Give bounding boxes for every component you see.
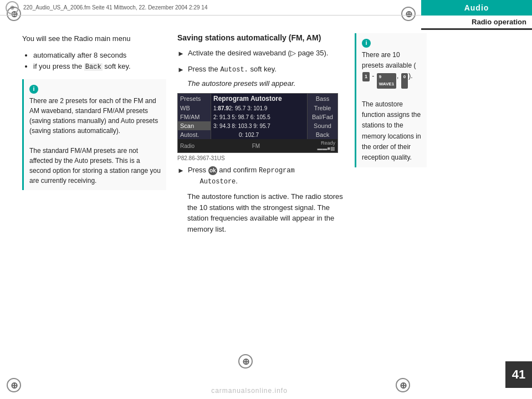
audio-tab: Audio	[421, 0, 532, 16]
rd-freq-2: 2: 91.3 5: 98.7 6: 105.5	[211, 112, 307, 121]
right-info-box: i There are 10 presets available (1 - 9W…	[355, 33, 427, 167]
step-1-text: Activate the desired waveband (▷ page 35…	[188, 48, 329, 59]
info-icon-left: i	[29, 85, 38, 94]
ok-button-icon: ok	[208, 166, 217, 175]
preset-badge-9: 9WAVE1	[377, 73, 396, 89]
bullet-item-1: automatically after 8 seconds	[33, 50, 166, 62]
rd-bass: Bass	[307, 94, 337, 104]
info-text-1: There are 2 presets for each of the FM a…	[29, 96, 161, 136]
radio-row-3: Scan 3: 94.3 8: 103.3 9: 95.7 Sound	[178, 121, 337, 130]
step-4-text: The autostore function is active. The ra…	[187, 191, 344, 234]
step-3-text: Press ok and confirm Reprogram Autostore…	[188, 165, 295, 187]
step-2: ► Press the Autost. soft key.	[177, 64, 344, 75]
middle-column: Saving stations automatically (FM, AM) ►…	[177, 33, 344, 234]
step-2-text: Press the Autost. soft key.	[188, 64, 277, 75]
rd-fm: FM	[252, 143, 260, 149]
right-info-text: There are 10 presets available (1 - 9WAV…	[362, 50, 421, 89]
rd-sound: Sound	[307, 121, 337, 130]
radio-operation-bar: Radio operation	[421, 16, 532, 30]
main-content: You will see the Radio main menu automat…	[22, 22, 410, 366]
arrow-1: ►	[177, 48, 185, 59]
step-1: ► Activate the desired waveband (▷ page …	[177, 48, 344, 59]
left-info-box: i There are 2 presets for each of the FM…	[22, 79, 166, 190]
autostore-note: The autostore presets will appear.	[187, 79, 344, 88]
arrow-2: ►	[177, 64, 185, 75]
rd-scan: Scan	[178, 121, 211, 130]
rd-autost: Autost.	[178, 130, 211, 139]
page-number: 41	[505, 361, 532, 388]
header-compass: ⊕	[6, 1, 19, 14]
radio-display: Presets Reprogram Autostore Bass WB 1: 8…	[177, 93, 338, 153]
right-autostore-text: The autostore function assigns the stati…	[362, 99, 421, 163]
radio-row-2: FM/AM 2: 91.3 5: 98.7 6: 105.5 Bal/Fad	[178, 112, 337, 121]
rd-back: Back	[307, 130, 337, 139]
rd-radio: Radio	[180, 143, 195, 149]
rd-ready: Ready ▬▬■▩	[318, 140, 335, 151]
rd-wb: WB	[178, 104, 211, 112]
rd-fmam: FM/AM	[178, 112, 211, 121]
left-column: You will see the Radio main menu automat…	[22, 33, 166, 190]
right-column: i There are 10 presets available (1 - 9W…	[355, 33, 427, 167]
arrow-3: ►	[177, 165, 185, 176]
rd-bottom-bar: Radio FM Ready ▬▬■▩	[178, 139, 337, 152]
rd-presets: Presets	[178, 94, 211, 104]
rd-freq-3: 3: 94.3 8: 103.3 9: 95.7	[211, 121, 307, 130]
radio-row-1: WB 1: 87.9 2: 95.7 3: 101.9 Treble	[178, 104, 337, 112]
rd-freq-1: 1: 87.9 2: 95.7 3: 101.9	[211, 104, 307, 112]
watermark: carmanualsonline.info	[0, 387, 499, 395]
bullet-item-2: if you press the Back soft key.	[33, 61, 166, 73]
preset-badge-1: 1	[362, 72, 370, 81]
intro-text: You will see the Radio main menu	[22, 33, 166, 44]
back-code: Back	[84, 63, 103, 71]
rd-reprogram: Reprogram Autostore	[211, 94, 307, 104]
image-label: P82.86-3967-31US	[177, 155, 344, 161]
info-text-2: The standard FM/AM presets are not affec…	[29, 146, 161, 186]
rd-balfad: Bal/Fad	[307, 112, 337, 121]
radio-row-4: Autost. 0: 102.7 Back	[178, 130, 337, 139]
bullet-list: automatically after 8 seconds if you pre…	[28, 50, 166, 73]
rd-treble: Treble	[307, 104, 337, 112]
right-tab: Audio Radio operation	[421, 0, 532, 30]
step-3: ► Press ok and confirm Reprogram Autosto…	[177, 165, 344, 187]
rd-freq-4: 0: 102.7	[211, 130, 307, 139]
radio-row-0: Presets Reprogram Autostore Bass	[178, 94, 337, 104]
info-icon-right: i	[362, 39, 371, 48]
section-title: Saving stations automatically (FM, AM)	[177, 33, 344, 42]
preset-badge-0: 0	[401, 73, 408, 89]
